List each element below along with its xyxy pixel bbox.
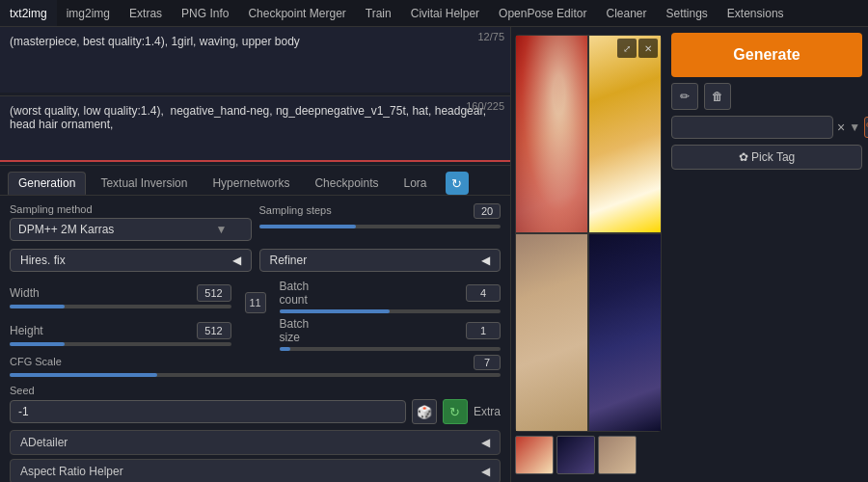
top-navigation: txt2img img2img Extras PNG Info Checkpoi…	[0, 0, 868, 27]
seed-input[interactable]	[10, 400, 406, 423]
image-close-button[interactable]: ✕	[638, 39, 658, 58]
generate-button[interactable]: Generate	[671, 33, 862, 77]
height-value[interactable]: 512	[197, 322, 231, 339]
thumbnail-2[interactable]	[556, 436, 595, 474]
positive-prompt-counter: 12/75	[477, 31, 504, 42]
adetailer-arrow-icon: ◀	[481, 436, 490, 449]
tab-hypernetworks[interactable]: Hypernetworks	[202, 172, 300, 195]
refiner-arrow-icon: ◀	[481, 254, 490, 267]
positive-prompt-input[interactable]	[0, 27, 510, 93]
nav-train[interactable]: Train	[356, 0, 401, 26]
tab-lora[interactable]: Lora	[393, 172, 438, 195]
extra-label[interactable]: Extra	[474, 405, 501, 418]
batch-count-value[interactable]: 4	[466, 284, 501, 302]
image-cell-4[interactable]	[588, 233, 662, 432]
seed-label: Seed	[10, 385, 501, 396]
batch-count-slider[interactable]	[280, 309, 502, 313]
sampling-steps-slider[interactable]	[259, 225, 502, 228]
pick-tag-button[interactable]: ✿ Pick Tag	[671, 145, 862, 170]
tab-checkpoints[interactable]: Checkpoints	[304, 172, 389, 195]
nav-settings[interactable]: Settings	[657, 0, 718, 26]
nav-cleaner[interactable]: Cleaner	[596, 0, 656, 26]
width-slider[interactable]	[10, 305, 231, 308]
nav-txt2img[interactable]: txt2img	[0, 0, 57, 26]
aspect-ratio-accordion[interactable]: Aspect Ratio Helper ◀	[10, 459, 501, 482]
style-input[interactable]	[671, 116, 833, 139]
refiner-toggle[interactable]: Refiner ◀	[259, 249, 502, 272]
tabs-row: Generation Textual Inversion Hypernetwor…	[0, 166, 510, 196]
thumbnail-3[interactable]	[598, 436, 637, 474]
settings-area: Sampling method DPM++ 2M Karras ▼ Sampli…	[0, 196, 510, 482]
style-clear-button[interactable]: ×	[837, 120, 845, 135]
batch-size-label: Batch size	[280, 317, 318, 344]
sampling-steps-label: Sampling steps	[259, 204, 332, 216]
cfg-scale-slider[interactable]	[10, 373, 501, 377]
seed-refresh-button[interactable]: ↻	[443, 399, 468, 424]
hires-arrow-icon: ◀	[232, 254, 241, 267]
sampling-method-label: Sampling method	[10, 203, 252, 215]
tab-textual-inversion[interactable]: Textual Inversion	[90, 172, 198, 195]
nav-civitai-helper[interactable]: Civitai Helper	[401, 0, 489, 26]
nav-extensions[interactable]: Extensions	[718, 0, 794, 26]
width-label: Width	[10, 286, 48, 300]
delete-tool-button[interactable]: 🗑	[704, 83, 731, 110]
seed-dice-button[interactable]: 🎲	[412, 399, 437, 424]
left-panel: 12/75 160/225 Generation Textual Inversi…	[0, 27, 511, 482]
image-expand-button[interactable]: ⤢	[617, 39, 637, 58]
hires-fix-label: Hires. fix	[20, 254, 66, 267]
adetailer-label: ADetailer	[20, 436, 68, 449]
height-slider[interactable]	[10, 342, 231, 346]
right-area: Generate ✏ 🗑 × ▼ ✎ ✿ Pick Tag	[511, 27, 868, 482]
thumbnail-1[interactable]	[515, 436, 554, 474]
image-grid-container: ⤢ ✕	[515, 35, 662, 432]
edit-tool-button[interactable]: ✏	[671, 83, 698, 110]
hires-refiner-row: Hires. fix ◀ Refiner ◀	[10, 249, 501, 272]
cfg-scale-value[interactable]: 7	[474, 355, 501, 370]
nav-checkpoint-merger[interactable]: Checkpoint Merger	[238, 0, 355, 26]
batch-count-label: Batch count	[280, 280, 318, 307]
nav-openpose-editor[interactable]: OpenPose Editor	[489, 0, 596, 26]
aspect-ratio-label: Aspect Ratio Helper	[20, 465, 123, 478]
cfg-scale-label: CFG Scale	[10, 356, 62, 367]
dropdown-arrow-icon: ▼	[216, 223, 228, 236]
negative-prompt-counter: 160/225	[466, 100, 504, 112]
nav-img2img[interactable]: img2img	[57, 0, 120, 26]
sampling-method-value: DPM++ 2M Karras	[18, 223, 114, 236]
image-cell-3[interactable]	[515, 233, 588, 432]
nav-png-info[interactable]: PNG Info	[172, 0, 238, 26]
seed-row: 🎲 ↻ Extra	[10, 399, 501, 424]
batch-size-slider[interactable]	[280, 347, 502, 351]
width-value[interactable]: 512	[197, 284, 231, 302]
positive-prompt-area: 12/75	[0, 27, 510, 96]
hires-fix-toggle[interactable]: Hires. fix ◀	[10, 249, 252, 272]
refresh-button[interactable]: ↻	[446, 172, 469, 195]
negative-prompt-input[interactable]	[0, 96, 510, 162]
tool-row: ✏ 🗑	[671, 83, 862, 110]
main-content: 12/75 160/225 Generation Textual Inversi…	[0, 27, 868, 482]
style-edit-button[interactable]: ✎	[864, 117, 868, 138]
negative-prompt-area: 160/225	[0, 96, 510, 166]
tab-generation[interactable]: Generation	[8, 172, 86, 195]
image-cell-1[interactable]	[515, 35, 588, 233]
sampling-steps-value[interactable]: 20	[474, 203, 501, 219]
image-cell-2[interactable]	[588, 35, 662, 233]
image-overlay-buttons: ⤢ ✕	[617, 39, 658, 58]
refiner-label: Refiner	[270, 254, 308, 267]
sampling-method-dropdown[interactable]: DPM++ 2M Karras ▼	[10, 218, 252, 241]
generate-controls: Generate ✏ 🗑 × ▼ ✎ ✿ Pick Tag	[665, 27, 868, 175]
aspect-ratio-arrow-icon: ◀	[481, 465, 490, 478]
height-label: Height	[10, 324, 48, 337]
swap-dimensions-button[interactable]: 11	[245, 292, 266, 313]
nav-extras[interactable]: Extras	[120, 0, 172, 26]
style-input-row: × ▼ ✎	[671, 116, 862, 139]
adetailer-accordion[interactable]: ADetailer ◀	[10, 430, 501, 455]
batch-size-value[interactable]: 1	[466, 322, 501, 339]
image-display-area: ⤢ ✕	[511, 27, 665, 482]
thumbnail-row	[515, 432, 662, 478]
image-grid	[515, 35, 662, 432]
